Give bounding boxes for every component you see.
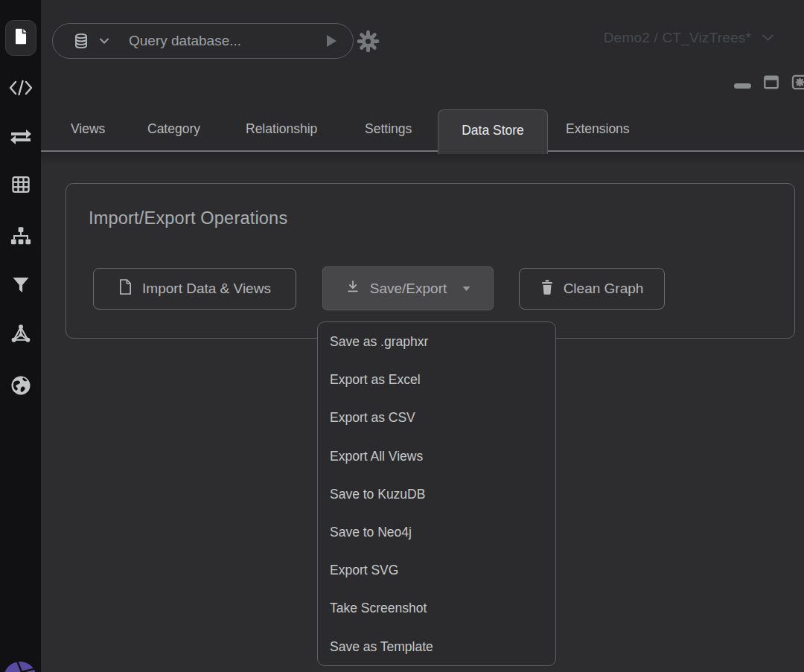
- import-export-panel: Import/Export Operations Import Data & V…: [66, 183, 795, 339]
- download-icon: [345, 279, 360, 298]
- database-icon[interactable]: [72, 31, 90, 51]
- sidebar-item-globe[interactable]: [0, 374, 41, 397]
- gear-icon[interactable]: [356, 29, 380, 54]
- swap-arrows-icon: [10, 127, 32, 147]
- menu-item-export-excel[interactable]: Export as Excel: [318, 361, 555, 399]
- globe-icon: [10, 374, 32, 397]
- minimize-button[interactable]: [734, 76, 751, 89]
- left-sidebar: [0, 0, 41, 672]
- tab-data-store[interactable]: Data Store: [438, 109, 548, 154]
- menu-item-export-views[interactable]: Export All Views: [318, 438, 555, 476]
- tab-extensions[interactable]: Extensions: [566, 121, 630, 137]
- menu-item-save-graphxr[interactable]: Save as .graphxr: [318, 323, 555, 361]
- query-bar: [52, 23, 354, 59]
- sidebar-item-hierarchy[interactable]: [0, 225, 41, 247]
- caret-down-icon: [462, 286, 470, 292]
- table-icon: [10, 174, 32, 195]
- file-outline-icon: [118, 278, 133, 299]
- menu-item-save-kuzudb[interactable]: Save to KuzuDB: [318, 476, 555, 513]
- save-export-button[interactable]: Save/Export: [322, 266, 494, 310]
- panel-title: Import/Export Operations: [89, 208, 287, 228]
- tab-label: Data Store: [462, 123, 524, 138]
- tab-divider: [41, 150, 804, 152]
- clean-graph-button[interactable]: Clean Graph: [519, 268, 665, 310]
- menu-item-save-neo4j[interactable]: Save to Neo4j: [318, 513, 555, 551]
- sidebar-item-network[interactable]: [0, 322, 41, 345]
- tab-relationship[interactable]: Relationship: [246, 121, 317, 137]
- menu-item-take-screenshot[interactable]: Take Screenshot: [318, 589, 555, 627]
- project-name: Demo2 / CT_VizTrees*: [604, 30, 751, 46]
- project-selector[interactable]: Demo2 / CT_VizTrees*: [604, 30, 774, 46]
- chevron-down-icon[interactable]: [99, 37, 109, 45]
- hierarchy-icon: [10, 225, 32, 247]
- sidebar-item-table[interactable]: [0, 174, 41, 195]
- filter-icon: [10, 275, 31, 295]
- run-query-icon[interactable]: [322, 32, 339, 50]
- tab-settings[interactable]: Settings: [365, 121, 412, 137]
- tab-category[interactable]: Category: [147, 121, 200, 137]
- tab-shadow-strip: [41, 152, 804, 164]
- close-button[interactable]: [791, 74, 804, 90]
- chevron-down-icon: [762, 31, 774, 45]
- sidebar-item-code[interactable]: [0, 77, 41, 98]
- button-label: Import Data & Views: [142, 281, 271, 297]
- trash-icon: [540, 279, 554, 298]
- save-export-menu: Save as .graphxr Export as Excel Export …: [317, 321, 556, 666]
- tab-views[interactable]: Views: [71, 121, 105, 137]
- file-icon: [11, 27, 31, 49]
- sidebar-item-transform[interactable]: [0, 127, 41, 147]
- window-controls: [734, 74, 804, 90]
- sidebar-item-project-files[interactable]: [5, 20, 36, 56]
- network-icon: [10, 322, 32, 345]
- query-input[interactable]: [129, 33, 316, 49]
- sidebar-item-filter[interactable]: [0, 275, 41, 295]
- button-label: Clean Graph: [564, 281, 644, 297]
- code-icon: [9, 77, 33, 98]
- menu-item-export-svg[interactable]: Export SVG: [318, 551, 555, 589]
- menu-item-export-csv[interactable]: Export as CSV: [318, 399, 555, 437]
- menu-item-save-template[interactable]: Save as Template: [318, 628, 555, 666]
- import-data-views-button[interactable]: Import Data & Views: [93, 268, 296, 310]
- button-label: Save/Export: [370, 281, 447, 297]
- maximize-button[interactable]: [763, 74, 779, 90]
- logo-sphere: [3, 661, 37, 672]
